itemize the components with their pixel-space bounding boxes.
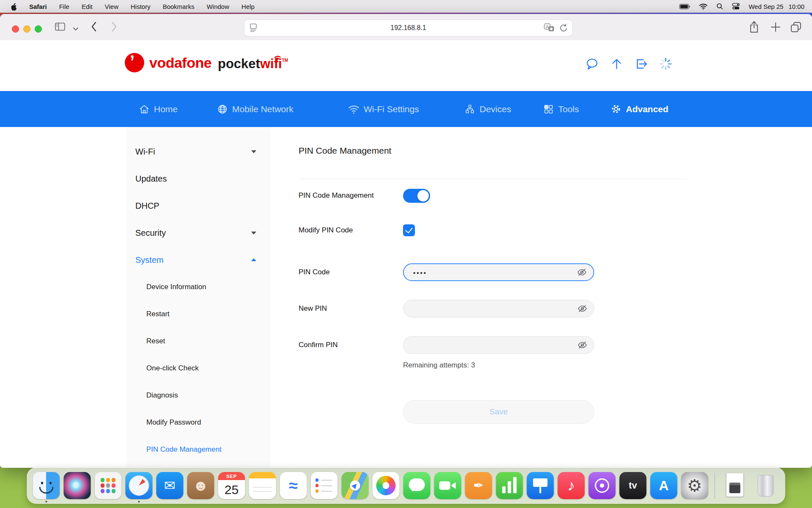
spotlight-icon[interactable]	[716, 3, 723, 10]
dock-item-contacts[interactable]: ☻	[187, 472, 214, 499]
menu-app-name[interactable]: Safari	[29, 3, 47, 10]
save-button[interactable]: Save	[403, 400, 594, 424]
finder-icon	[33, 472, 60, 499]
share-icon[interactable]	[749, 21, 760, 35]
dock-item-downloads[interactable]	[721, 472, 749, 499]
devices-icon	[464, 104, 475, 115]
sidebar-toggle-icon[interactable]	[55, 22, 65, 33]
pin-code-input[interactable]	[412, 264, 572, 281]
menu-clock[interactable]: Wed Sep 25 10:00	[749, 3, 804, 10]
wifi-status-icon[interactable]	[699, 3, 708, 10]
dock-item-trash[interactable]	[752, 472, 779, 499]
modify-pin-checkbox[interactable]	[403, 224, 415, 236]
sidebar-item-diagnosis[interactable]: Diagnosis	[127, 382, 271, 409]
globe-icon	[217, 104, 228, 115]
nav-advanced[interactable]: Advanced	[610, 91, 668, 127]
sidebar-item-updates[interactable]: Updates	[127, 165, 271, 192]
tab-overview-icon[interactable]	[790, 21, 802, 35]
menu-bookmarks[interactable]: Bookmarks	[163, 3, 195, 10]
back-button[interactable]	[91, 21, 97, 34]
new-pin-eye-slash-icon[interactable]	[577, 303, 588, 314]
dock-item-siri[interactable]	[64, 472, 91, 499]
url-text: 192.168.8.1	[390, 24, 426, 32]
dock-item-music[interactable]: ♪	[558, 472, 585, 499]
dock-item-facetime[interactable]	[434, 472, 461, 499]
svg-text:A: A	[546, 25, 549, 29]
sidebar-chevron-icon[interactable]	[73, 25, 79, 33]
menu-window[interactable]: Window	[207, 3, 229, 10]
dock-item-app-store[interactable]: A	[650, 472, 678, 499]
translate-icon[interactable]: A✱	[544, 23, 555, 34]
nav-wifi-settings[interactable]: Wi-Fi Settings	[348, 91, 419, 127]
dock-item-tv[interactable]: tv	[620, 472, 647, 499]
battery-icon[interactable]	[679, 4, 690, 9]
pin-code-label: PIN Code	[299, 268, 403, 276]
dock-item-calendar[interactable]: SEP25	[218, 472, 245, 499]
dock-item-finder[interactable]	[33, 472, 60, 499]
dock-item-reminders[interactable]	[311, 472, 338, 499]
nav-home[interactable]: Home	[139, 91, 178, 127]
forward-button[interactable]	[111, 21, 118, 34]
logout-icon[interactable]	[634, 57, 648, 71]
menu-file[interactable]: File	[59, 3, 69, 10]
new-pin-input[interactable]	[412, 300, 573, 318]
nav-mobile-network[interactable]: Mobile Network	[217, 91, 294, 127]
trash-icon	[752, 472, 779, 499]
sms-icon[interactable]	[585, 57, 599, 71]
sidebar-item-modify-password[interactable]: Modify Password	[127, 409, 271, 436]
nav-devices[interactable]: Devices	[464, 91, 511, 127]
wifi-wordmark: wifi	[260, 56, 282, 72]
sidebar-item-dhcp[interactable]: DHCP	[127, 192, 271, 219]
dock-item-podcasts[interactable]	[589, 472, 616, 499]
sidebar-item-security[interactable]: Security	[127, 219, 271, 246]
zoom-window-button[interactable]	[35, 25, 42, 33]
dock-item-numbers[interactable]	[496, 472, 523, 499]
address-bar[interactable]: 192.168.8.1 A✱	[244, 19, 573, 36]
sidebar-item-system[interactable]: System	[127, 246, 271, 273]
sidebar-item-wifi[interactable]: Wi-Fi	[127, 138, 271, 165]
menu-view[interactable]: View	[105, 3, 118, 10]
remaining-attempts-text: Remaining attempts: 3	[403, 361, 475, 370]
contacts-icon: ☻	[187, 472, 214, 499]
confirm-pin-eye-slash-icon[interactable]	[577, 340, 588, 351]
primary-nav: Home Mobile Network Wi-Fi Settings Devic…	[0, 91, 812, 127]
update-arrow-icon[interactable]	[610, 57, 623, 71]
dock-item-keynote[interactable]	[527, 472, 554, 499]
dock-item-notes[interactable]	[249, 472, 276, 499]
control-center-icon[interactable]	[732, 3, 740, 10]
close-window-button[interactable]	[12, 25, 19, 33]
browser-toolbar: 192.168.8.1 A✱	[0, 14, 812, 41]
dock-item-photos[interactable]	[373, 472, 400, 499]
dock-item-settings[interactable]: ⚙	[681, 472, 708, 499]
dock-item-safari[interactable]	[126, 472, 153, 499]
sidebar-item-device-information[interactable]: Device Information	[127, 273, 271, 301]
new-tab-icon[interactable]	[771, 22, 781, 34]
dock-item-launchpad[interactable]	[95, 472, 122, 499]
sidebar-item-one-click-check[interactable]: One-click Check	[127, 355, 271, 382]
sidebar-item-reset[interactable]: Reset	[127, 328, 271, 355]
mail-icon: ✉	[156, 472, 184, 499]
dock-item-freeform[interactable]: ≈	[280, 472, 307, 499]
dock-item-mail[interactable]: ✉	[156, 472, 184, 499]
sidebar-item-pin-code-management[interactable]: PIN Code Management	[127, 436, 271, 463]
pin-code-eye-slash-icon[interactable]	[576, 267, 587, 278]
confirm-pin-input[interactable]	[412, 337, 573, 354]
pin-code-field-wrap	[403, 263, 594, 281]
menu-help[interactable]: Help	[241, 3, 255, 10]
settings-icon: ⚙	[681, 472, 708, 499]
menu-edit[interactable]: Edit	[82, 3, 93, 10]
dock-item-pages[interactable]: ✒	[465, 472, 492, 499]
minimize-window-button[interactable]	[23, 25, 30, 33]
dock-item-messages[interactable]	[403, 472, 431, 499]
reader-view-icon[interactable]	[250, 23, 257, 34]
confirm-pin-field-wrap	[403, 336, 594, 354]
nav-tools[interactable]: Tools	[543, 91, 579, 127]
menu-history[interactable]: History	[131, 3, 151, 10]
apple-menu-icon[interactable]	[10, 3, 17, 11]
reload-icon[interactable]	[559, 23, 568, 34]
sidebar-item-restart[interactable]: Restart	[127, 301, 271, 328]
dock-item-maps[interactable]	[342, 472, 369, 499]
new-pin-field-wrap	[403, 300, 594, 318]
pin-management-toggle[interactable]	[403, 189, 430, 203]
title-divider	[299, 179, 687, 179]
